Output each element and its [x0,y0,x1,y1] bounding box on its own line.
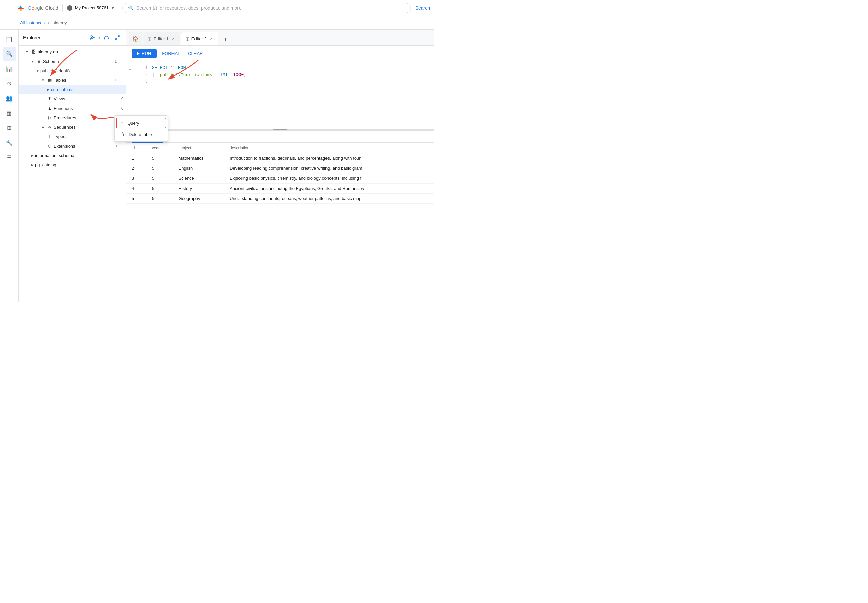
run-button[interactable]: RUN [132,49,157,58]
sidebar-item-list[interactable]: ☰ [3,151,16,164]
tables-node[interactable]: ▼ ▦ Tables 1 ⋮ [19,75,126,85]
sidebar-item-tool[interactable]: 🔧 [3,136,16,149]
db-menu-btn[interactable]: ⋮ [117,48,123,55]
project-selector[interactable]: My Project 58761 ▾ [62,4,118,12]
db-node-aidemy[interactable]: ▼ 🗄 aidemy-db ⋮ [19,47,126,56]
cell-id: 3 [126,173,146,184]
expand-icon-curriculums: ▶ [46,87,51,92]
hamburger-menu[interactable] [4,4,12,12]
cell-year: 5 [146,153,173,163]
extensions-menu-btn[interactable]: ⋮ [117,142,123,149]
table-row: 45HistoryAncient civilizations, includin… [126,184,434,193]
cell-description: Exploring basic physics, chemistry, and … [224,173,434,184]
results-panel: RESULTS id year subject description [126,130,434,302]
expand-icon-schema: ▼ [29,59,35,64]
add-connection-btn[interactable] [88,33,97,42]
cell-id: 4 [126,184,146,193]
editor-toolbar: RUN FORMAT CLEAR [126,46,434,62]
icon-sidebar: ◫ 🔍 📊 ⊙ 👥 ▦ ⊞ 🔧 ☰ [0,29,19,302]
cell-id: 2 [126,163,146,173]
table-curriculums[interactable]: ▶ curriculums ⋮ [19,85,126,94]
table-row: 25EnglishDeveloping reading comprehensio… [126,163,434,173]
results-table: id year subject description 15Mathematic… [126,143,434,204]
cell-description: Developing reading comprehension, creati… [224,163,434,173]
types-node[interactable]: T Types 0 ⋮ [19,132,126,141]
types-icon: T [47,134,52,139]
editor2-tab-label: Editor 2 [191,36,207,41]
cell-description: Introduction to fractions, decimals, and… [224,153,434,163]
expand-icon-pg: ▶ [29,162,35,167]
sidebar-item-search[interactable]: 🔍 [3,47,16,60]
sidebar-item-people[interactable]: 👥 [3,91,16,105]
run-label: RUN [142,51,151,56]
editor1-tab[interactable]: ◫ Editor 1 ✕ [143,32,180,45]
info-schema-node[interactable]: ▶ information_schema [19,151,126,160]
global-search[interactable]: 🔍 Search (/) for resources, docs, produc… [122,3,411,13]
sidebar-item-filter[interactable]: ⊙ [3,77,16,90]
sidebar-item-database[interactable]: ◫ [3,32,16,46]
col-header-description: description [224,143,434,153]
cell-id: 5 [126,193,146,204]
table-row: 15MathematicsIntroduction to fractions, … [126,153,434,163]
public-menu-btn[interactable]: ⋮ [117,67,123,74]
cell-year: 5 [146,173,173,184]
expand-icon-sequences: ▶ [40,124,46,130]
clear-label: CLEAR [188,51,202,56]
resizer-handle [273,130,287,130]
context-menu-query[interactable]: ≡ Query [116,118,166,128]
functions-label: Functions [54,106,120,111]
public-schema-node[interactable]: ▼ public (Default) ⋮ [19,66,126,75]
col-header-id: id [126,143,146,153]
clear-button[interactable]: CLEAR [185,49,205,58]
top-nav: Google Cloud My Project 58761 ▾ 🔍 Search… [0,0,434,16]
sidebar-item-chart[interactable]: 📊 [3,62,16,75]
refresh-btn[interactable] [102,33,111,42]
views-icon: 👁 [47,96,52,102]
explorer-header: Explorer ▾ [19,29,126,46]
editor1-tab-label: Editor 1 [154,36,169,41]
sql-star: * [170,65,173,71]
editor1-close-btn[interactable]: ✕ [171,36,176,42]
extensions-node[interactable]: ⬡ Extensions 0 ⋮ [19,141,126,151]
svg-line-6 [115,38,117,40]
editor2-close-btn[interactable]: ✕ [209,36,214,41]
query-menu-label: Query [127,121,139,126]
format-button[interactable]: FORMAT [159,49,183,58]
collapse-btn[interactable] [113,33,122,42]
types-label: Types [54,134,113,139]
views-count: 0 [121,97,123,101]
home-tab[interactable]: 🏠 [129,32,142,45]
sql-editor[interactable]: ✏ 1 SELECT * FROM 2 | [126,62,434,129]
breadcrumb-parent[interactable]: All instances [20,20,45,25]
views-node[interactable]: 👁 Views 0 [19,94,126,104]
curriculums-menu-btn[interactable]: ⋮ [117,86,123,93]
schema-node[interactable]: ▼ ⊞ Schema 1 ⋮ [19,56,126,66]
results-table-wrapper[interactable]: id year subject description 15Mathematic… [126,143,434,302]
cell-subject: Geography [173,193,225,204]
cell-year: 5 [146,193,173,204]
context-menu-delete[interactable]: 🗑 Delete table [114,129,168,140]
editor2-tab[interactable]: ◫ Editor 2 ✕ [181,32,218,45]
add-tab-btn[interactable]: + [220,35,231,45]
curriculums-label: curriculums [51,87,117,92]
google-cloud-logo: Google Cloud [16,3,59,13]
sidebar-item-grid[interactable]: ⊞ [3,121,16,135]
expand-icon-aidemy: ▼ [24,49,29,54]
public-label: public (Default) [40,68,117,73]
play-icon [137,52,140,56]
breadcrumb-current: aidemy [53,20,67,25]
procedures-node[interactable]: ▷ Procedures 0 [19,113,126,122]
schema-menu-btn[interactable]: ⋮ [117,58,123,65]
cell-description: Ancient civilizations, including the Egy… [224,184,434,193]
functions-node[interactable]: Σ Functions 0 [19,104,126,113]
procedures-icon: ▷ [47,115,52,120]
sidebar-item-table[interactable]: ▦ [3,106,16,120]
explorer-panel: Explorer ▾ [19,29,126,302]
pg-catalog-node[interactable]: ▶ pg_catalog [19,160,126,169]
tables-menu-btn[interactable]: ⋮ [117,77,123,83]
svg-point-2 [91,36,93,37]
cell-subject: Mathematics [173,153,225,163]
extensions-label: Extensions [54,144,113,148]
sequences-node[interactable]: ▶ ⁂ Sequences 1 ⋮ [19,122,126,132]
extensions-icon: ⬡ [47,143,52,148]
